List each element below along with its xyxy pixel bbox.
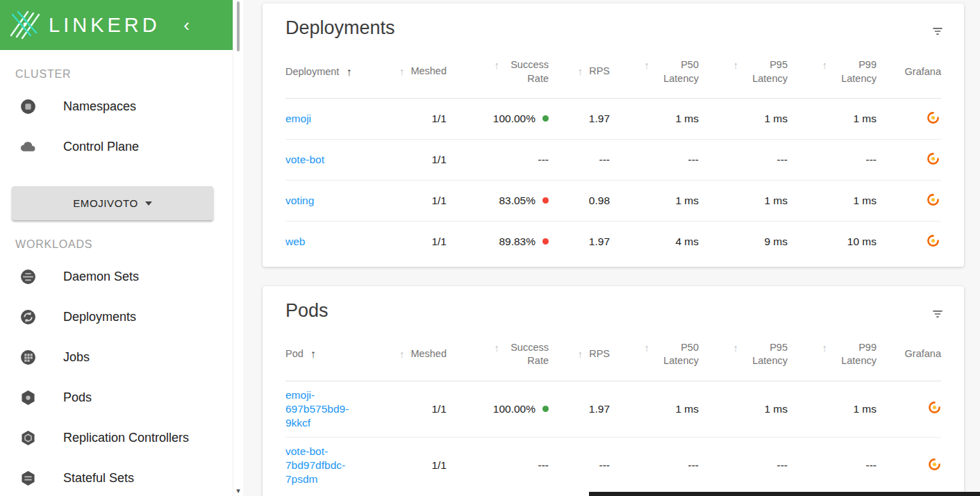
p99-latency-cell: 1 ms [788,381,877,437]
grafana-logo-icon [927,111,940,124]
p99-latency-cell: --- [788,438,877,494]
grafana-logo-icon [928,401,941,414]
resource-link[interactable]: vote-bot-7bd97dfbdc-7psdm [285,445,367,486]
sidebar-item-deployments[interactable]: Deployments [0,297,233,337]
column-header-p50-latency[interactable]: ↑P50 Latency [610,47,699,99]
cluster-section-label: CLUSTER [15,68,233,81]
column-header-deployment[interactable]: Deployment ↑ [285,47,390,99]
success-rate-cell: --- [447,140,549,181]
grafana-logo-icon [928,458,941,471]
grafana-logo-icon [927,152,940,165]
success-rate-cell: 100.00% [447,381,549,437]
grafana-cell [877,99,941,140]
collapse-sidebar-button[interactable]: ‹ [179,16,194,34]
pods-card: Pods Pod ↑ [263,286,964,496]
column-header-success-rate[interactable]: ↑Success Rate [447,330,549,381]
success-rate-cell: 100.00% [447,99,549,140]
sidebar-item-control-plane[interactable]: Control Plane [0,126,233,167]
deployments-card-title: Deployments [285,17,395,39]
sidebar-item-replication-controllers[interactable]: Replication Controllers [0,418,233,458]
jobs-icon [19,349,37,366]
sidebar-item-label: Replication Controllers [63,431,189,445]
rps-cell: --- [549,140,610,181]
column-header-p95-latency[interactable]: ↑P95 Latency [699,47,788,99]
p95-latency-cell: --- [699,140,788,181]
column-header-p50-latency[interactable]: ↑P50 Latency [610,330,699,381]
sidebar-item-stateful-sets[interactable]: Stateful Sets [0,458,233,496]
table-row: emoji-697b575bd9-9kkcf1/1100.00%1.971 ms… [285,381,941,437]
grafana-cell [877,381,941,437]
grafana-link-icon[interactable] [928,458,941,471]
chevron-down-icon [145,201,152,206]
sidebar-scrollbar[interactable]: ▾ [233,0,243,496]
grafana-link-icon[interactable] [927,234,940,247]
sort-icon: ↑ [578,65,583,78]
success-rate-cell: --- [447,438,549,494]
column-header-meshed[interactable]: ↑Meshed [390,330,447,381]
grafana-cell [877,222,941,263]
filter-icon[interactable] [928,304,947,326]
sidebar-item-daemon-sets[interactable]: Daemon Sets [0,256,233,297]
table-row: vote-bot1/1--------------- [285,140,941,181]
meshed-cell: 1/1 [390,181,447,222]
sort-ascending-icon: ↑ [310,347,316,362]
sidebar-item-label: Control Plane [63,140,139,154]
meshed-cell: 1/1 [390,140,447,181]
namespace-selector-button[interactable]: EMOJIVOTO [12,186,213,220]
column-header-rps[interactable]: ↑RPS [549,47,610,99]
resource-link[interactable]: emoji [285,113,311,124]
column-header-rps[interactable]: ↑RPS [549,330,610,381]
sidebar-item-pods[interactable]: Pods [0,377,233,418]
resource-link[interactable]: emoji-697b575bd9-9kkcf [285,388,367,430]
column-header-grafana: Grafana [877,330,941,381]
sidebar-item-label: Namespaces [63,99,136,114]
resource-name-cell: web [285,222,390,263]
column-header-p95-latency[interactable]: ↑P95 Latency [699,330,788,381]
column-header-meshed[interactable]: ↑Meshed [390,47,447,99]
p95-latency-cell: 1 ms [699,381,788,437]
brand-header: LINKERD ‹ [0,0,233,50]
column-header-grafana: Grafana [877,47,941,99]
rps-cell: 1.97 [549,381,610,437]
sidebar-item-jobs[interactable]: Jobs [0,337,233,377]
grafana-cell [877,438,941,494]
scrollbar-thumb[interactable] [237,1,240,51]
column-header-success-rate[interactable]: ↑Success Rate [447,47,549,99]
resource-link[interactable]: voting [285,195,314,206]
table-header-row: Deployment ↑ ↑Meshed ↑Success Rate ↑RPS [285,47,941,99]
deployments-table: Deployment ↑ ↑Meshed ↑Success Rate ↑RPS [285,47,941,263]
grafana-link-icon[interactable] [927,193,940,206]
success-rate-cell: 89.83% [447,222,549,263]
p50-latency-cell: --- [610,140,699,181]
grafana-link-icon[interactable] [927,152,940,165]
deployments-card: Deployments Deployment ↑ [263,3,964,267]
scrollbar-down-arrow[interactable]: ▾ [233,486,243,495]
p50-latency-cell: 1 ms [610,381,699,437]
rps-cell: 0.98 [549,181,610,222]
namespace-selector-label: EMOJIVOTO [73,197,138,209]
sort-icon: ↑ [399,65,405,78]
pods-table: Pod ↑ ↑Meshed ↑Success Rate ↑RPS [285,330,941,494]
grafana-logo-icon [927,193,940,206]
column-header-p99-latency[interactable]: ↑P99 Latency [788,330,877,381]
p95-latency-cell: 1 ms [699,181,788,222]
sort-icon: ↑ [733,58,739,72]
column-header-pod[interactable]: Pod ↑ [285,330,390,381]
brand-wordmark: LINKERD [49,14,160,37]
p50-latency-cell: --- [610,438,699,494]
sidebar-item-label: Deployments [63,310,136,324]
p50-latency-cell: 1 ms [610,99,699,140]
column-header-p99-latency[interactable]: ↑P99 Latency [788,47,877,99]
rps-cell: 1.97 [549,99,610,140]
sidebar-item-namespaces[interactable]: Namespaces [0,86,233,126]
sidebar-item-label: Stateful Sets [63,471,134,486]
resource-name-cell: emoji-697b575bd9-9kkcf [285,381,390,437]
grafana-link-icon[interactable] [928,401,941,414]
resource-link[interactable]: web [285,235,305,247]
sidebar-item-label: Pods [63,390,92,405]
resource-link[interactable]: vote-bot [285,154,324,165]
filter-icon[interactable] [928,22,947,43]
sort-icon: ↑ [822,58,828,72]
sort-icon: ↑ [822,341,828,355]
grafana-link-icon[interactable] [927,111,940,124]
